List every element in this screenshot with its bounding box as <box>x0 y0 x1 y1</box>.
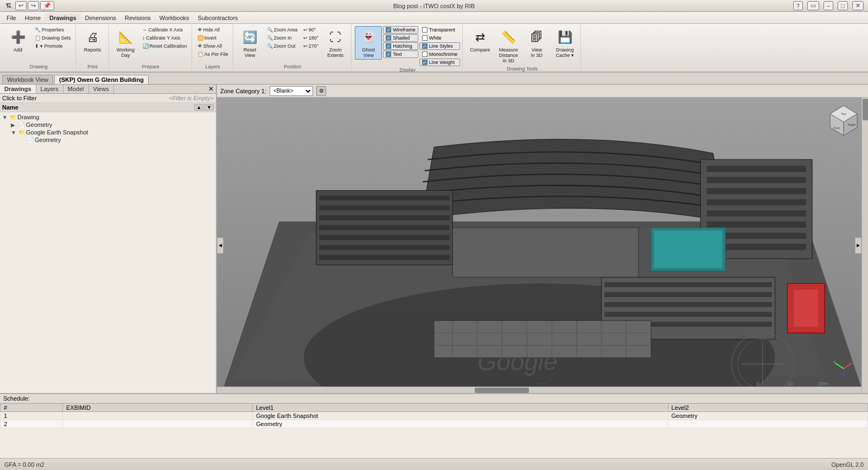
drawing-group-content: ➕ Add 🔧 Properties 📋 Drawing Sets ⬆ ▾ Pr… <box>4 26 73 63</box>
zoom-in-button[interactable]: 🔍 Zoom In <box>265 34 300 42</box>
pin-button[interactable]: 📌 <box>40 1 54 10</box>
print-group-label: Print <box>87 63 98 69</box>
90-button[interactable]: ↩ 90° <box>301 26 321 34</box>
drawing-cache-icon: 💾 <box>555 28 575 47</box>
270-button[interactable]: ↩ 270° <box>301 42 321 50</box>
tree-scroll-up[interactable]: ▲ <box>194 104 203 111</box>
position-col2: ↩ 90° ↩ 180° ↩ 270° <box>301 26 321 50</box>
undo-button[interactable]: ↩ <box>15 1 27 10</box>
filter-bar[interactable]: Click to Filter <Filter is Empty> <box>0 94 216 103</box>
maximize-button[interactable]: □ <box>838 1 848 10</box>
text-toggle[interactable]: ✓ Text <box>383 50 418 58</box>
menu-dimensions[interactable]: Dimensions <box>81 14 120 22</box>
tree-item-drawing[interactable]: ▼ 📁 Drawing <box>0 113 216 121</box>
close-button[interactable]: ✕ <box>852 1 864 10</box>
geometry2-file-icon: 📄 <box>27 137 34 143</box>
svg-rect-16 <box>320 205 450 210</box>
tree-item-geometry2[interactable]: 📄 Geometry <box>0 136 216 144</box>
panel-tab-model[interactable]: Model <box>63 85 89 93</box>
panel-tab-drawings[interactable]: Drawings <box>0 85 36 93</box>
ghost-view-icon: 👻 <box>359 28 378 47</box>
line-weight-toggle[interactable]: ✓ Line Weight <box>419 59 461 66</box>
menu-file[interactable]: File <box>2 14 21 22</box>
tree-item-geometry1[interactable]: ▶ 📄 Geometry <box>0 121 216 128</box>
workbook-view-tab[interactable]: Workbook View <box>2 75 53 84</box>
filter-label: Click to Filter <box>2 95 37 101</box>
wireframe-label: Wireframe <box>393 27 416 33</box>
show-all-button[interactable]: 👁 Show All <box>195 42 231 50</box>
row2-level1: Geometry <box>252 420 668 428</box>
ribbon-group-print: 🖨 Reports Print <box>77 25 109 70</box>
panel-tab-layers[interactable]: Layers <box>36 85 63 93</box>
tab-strip: Workbook View (SKP) Owen G Glenn Buildin… <box>0 73 868 85</box>
skp-tab[interactable]: (SKP) Owen G Glenn Building <box>54 75 149 84</box>
compare-button[interactable]: ⇄ Compare <box>466 26 494 54</box>
transparent-toggle[interactable]: Transparent <box>419 26 461 34</box>
menu-revisions[interactable]: Revisions <box>120 14 155 22</box>
zoom-extents-button[interactable]: ⛶ ZoomExtents <box>322 26 349 60</box>
menu-drawings[interactable]: Drawings <box>45 14 81 22</box>
tree-scroll-down[interactable]: ▼ <box>205 104 214 111</box>
zone-category-select[interactable]: <Blank> <box>270 86 313 96</box>
menu-workbooks[interactable]: Workbooks <box>155 14 194 22</box>
reports-button[interactable]: 🖨 Reports <box>79 26 106 54</box>
menu-home[interactable]: Home <box>21 14 45 22</box>
panel-tab-views[interactable]: Views <box>89 85 114 93</box>
menu-subcontractors[interactable]: Subcontractors <box>194 14 242 22</box>
drawing-sets-button[interactable]: 📋 Drawing Sets <box>33 34 73 42</box>
navigation-cube[interactable]: Top Right Front <box>825 103 863 141</box>
zoom-area-button[interactable]: 🔍 Zoom Area <box>265 26 300 34</box>
redo-button[interactable]: ↪ <box>28 1 39 10</box>
white-checkbox <box>422 35 427 41</box>
google-earth-expand-icon: ▼ <box>11 130 17 136</box>
tree-item-google-earth[interactable]: ▼ 📁 Google Earth Snapshot <box>0 128 216 136</box>
wireframe-toggle[interactable]: ✓ Wireframe <box>383 26 418 34</box>
schedule-table: # EXBIMID Level1 Level2 1 Google Earth S… <box>0 403 868 458</box>
line-styles-checkbox: ✓ <box>422 43 427 49</box>
restore-button[interactable]: ▭ <box>807 1 819 10</box>
reset-view-button[interactable]: 🔄 ResetView <box>237 26 264 60</box>
line-styles-label: Line Styles <box>429 43 453 49</box>
viewport-scroll-v[interactable] <box>861 98 868 393</box>
add-button[interactable]: ➕ Add <box>4 26 31 54</box>
svg-rect-28 <box>604 302 772 307</box>
panel-close-button[interactable]: ✕ <box>206 85 216 93</box>
ghost-view-button[interactable]: 👻 GhostView <box>355 26 382 60</box>
table-row[interactable]: 1 Google Earth Snapshot Geometry <box>1 412 868 420</box>
viewport-scroll-h[interactable] <box>217 387 861 393</box>
scroll-right-btn[interactable]: ▶ <box>855 237 861 254</box>
properties-button[interactable]: 🔧 Properties <box>33 26 73 34</box>
zoom-out-button[interactable]: 🔍 Zoom Out <box>265 42 300 50</box>
zone-settings-button[interactable]: ⚙ <box>316 86 326 96</box>
180-button[interactable]: ↩ 180° <box>301 34 321 42</box>
drawing-cache-button[interactable]: 💾 DrawingCache ▾ <box>551 26 578 60</box>
working-day-button[interactable]: 📐 WorkingDay <box>112 26 139 60</box>
line-weight-checkbox: ✓ <box>422 60 427 65</box>
promote-button[interactable]: ⬆ ▾ Promote <box>33 42 73 50</box>
app-title: Blog post - iTWO costX by RIB <box>393 3 475 9</box>
table-row[interactable]: 2 Geometry <box>1 420 868 428</box>
white-toggle[interactable]: White <box>419 34 461 42</box>
scroll-left-btn[interactable]: ◀ <box>217 237 224 254</box>
calibrate-y-button[interactable]: ↕ Calibrate Y Axis <box>141 34 189 42</box>
line-styles-toggle[interactable]: ✓ Line Styles <box>419 42 461 50</box>
calibrate-x-button[interactable]: ↔ Calibrate X Axis <box>141 26 189 34</box>
ribbon-group-position: 🔄 ResetView 🔍 Zoom Area 🔍 Zoom In 🔍 Zoom… <box>234 25 352 70</box>
hatching-checkbox: ✓ <box>386 43 391 49</box>
invert-button[interactable]: 🔀 Invert <box>195 34 231 42</box>
monochrome-toggle[interactable]: Monochrome <box>419 50 461 58</box>
row1-level2: Geometry <box>668 412 867 420</box>
svg-text:X: X <box>852 360 854 364</box>
hatching-toggle[interactable]: ✓ Hatching <box>383 42 418 50</box>
drawing-sets-icon: 📋 <box>35 35 41 41</box>
drag-handle[interactable]: ··· <box>538 380 547 387</box>
measure-distance-button[interactable]: 📏 MeasureDistancein 3D <box>495 26 522 65</box>
view-in-3d-button[interactable]: 🗐 Viewin 3D <box>523 26 550 60</box>
reset-calibration-button[interactable]: 🔄 Reset Calibration <box>141 42 189 50</box>
viewport-main[interactable]: Google <box>217 98 868 393</box>
shaded-toggle[interactable]: ✓ Shaded <box>383 34 418 42</box>
minimize-button[interactable]: − <box>824 1 833 10</box>
as-per-file-button[interactable]: 📋 As Per File <box>195 50 231 58</box>
help-button[interactable]: ? <box>793 1 803 10</box>
hide-all-button[interactable]: 👁 Hide All <box>195 26 231 34</box>
